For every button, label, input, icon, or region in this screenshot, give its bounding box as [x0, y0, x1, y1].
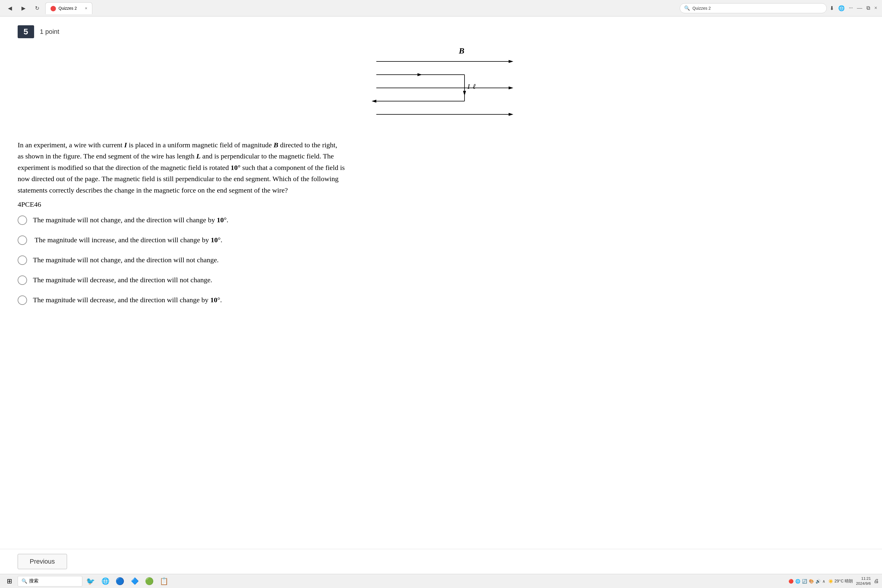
page-content: 5 1 point B I ℓ: [0, 16, 882, 574]
tab-bar: ⬤ Quizzes 2 ×: [45, 2, 677, 14]
chevron-up-icon[interactable]: ∧: [822, 579, 825, 584]
option-d-text: The magnitude will decrease, and the dir…: [33, 276, 212, 284]
option-a[interactable]: The magnitude will not change, and the d…: [18, 216, 864, 225]
taskbar-app5[interactable]: 🟢: [143, 575, 156, 588]
question-code: 4PCE46: [18, 201, 864, 208]
taskbar-right: 🔴 🌐 🔄 🎨 🔊 ∧ ☀️ 29°C 晴朗 11:21 2024/9/6 🖨: [789, 576, 879, 586]
svg-text:I: I: [467, 82, 470, 90]
browser-chrome: ◀ ▶ ↻ ⬤ Quizzes 2 × 🔍 Quizzes 2 ⬇ 🌐 ··· …: [0, 0, 882, 16]
weather-icon: ☀️: [828, 579, 833, 584]
svg-marker-2: [508, 60, 513, 63]
taskbar-app6[interactable]: 📋: [158, 575, 171, 588]
date-display: 2024/9/6: [856, 581, 871, 586]
address-bar[interactable]: 🔍 Quizzes 2: [680, 3, 827, 13]
globe-icon[interactable]: 🌐: [838, 5, 844, 12]
browser-actions: ⬇ 🌐 ··· — ⧉ ×: [830, 5, 877, 12]
svg-text:ℓ: ℓ: [473, 82, 476, 90]
tray-icon-2[interactable]: 🌐: [795, 579, 800, 584]
back-button[interactable]: ◀: [5, 3, 15, 14]
question-text: In an experiment, a wire with current I …: [18, 140, 547, 196]
radio-d[interactable]: [18, 276, 27, 285]
tray-icon-5[interactable]: 🔊: [816, 579, 820, 584]
option-c-text: The magnitude will not change, and the d…: [33, 256, 219, 264]
restore-button[interactable]: ⧉: [866, 5, 870, 11]
time-display: 11:21: [856, 576, 871, 581]
svg-marker-14: [508, 113, 513, 116]
question-header: 5 1 point: [18, 25, 864, 38]
menu-icon[interactable]: ···: [849, 5, 853, 11]
answer-options: The magnitude will not change, and the d…: [18, 216, 864, 305]
system-tray: 🔴 🌐 🔄 🎨 🔊 ∧: [789, 579, 825, 584]
forward-button[interactable]: ▶: [18, 3, 29, 14]
svg-marker-10: [508, 86, 513, 89]
svg-marker-4: [417, 73, 422, 76]
tray-icon-4[interactable]: 🎨: [809, 579, 814, 584]
radio-c[interactable]: [18, 255, 27, 265]
refresh-button[interactable]: ↻: [32, 3, 42, 14]
option-e-text: The magnitude will decrease, and the dir…: [33, 296, 222, 304]
option-b-text: The magnitude will increase, and the dir…: [33, 236, 222, 244]
tab-close-button[interactable]: ×: [85, 6, 87, 10]
taskbar-bird-app[interactable]: 🐦: [84, 575, 97, 588]
taskbar-edge-app[interactable]: 🔵: [114, 575, 126, 588]
option-c[interactable]: The magnitude will not change, and the d…: [18, 255, 864, 265]
option-d[interactable]: The magnitude will decrease, and the dir…: [18, 276, 864, 285]
physics-diagram: B I ℓ: [338, 45, 544, 128]
taskbar-app4[interactable]: 🔷: [128, 575, 141, 588]
radio-a[interactable]: [18, 216, 27, 225]
question-points: 1 point: [40, 28, 59, 36]
bottom-navigation: Previous: [0, 549, 882, 574]
diagram-container: B I ℓ: [18, 45, 864, 128]
taskbar: ⊞ 🔍 搜索 🐦 🌐 🔵 🔷 🟢 📋 🔴 🌐 🔄 🎨 🔊 ∧ ☀️ 29°C 晴…: [0, 574, 882, 588]
taskbar-search[interactable]: 🔍 搜索: [18, 576, 82, 586]
taskbar-search-text: 搜索: [29, 578, 39, 584]
previous-button[interactable]: Previous: [18, 554, 67, 569]
clock-widget: 11:21 2024/9/6: [856, 576, 871, 586]
tray-icon-1[interactable]: 🔴: [789, 579, 794, 584]
tab-favicon: ⬤: [50, 5, 56, 12]
radio-e[interactable]: [18, 296, 27, 305]
taskbar-search-icon: 🔍: [21, 578, 27, 584]
svg-text:B: B: [459, 46, 465, 55]
option-e[interactable]: The magnitude will decrease, and the dir…: [18, 296, 864, 305]
notification-icon[interactable]: 🖨: [874, 578, 879, 584]
active-tab[interactable]: ⬤ Quizzes 2 ×: [45, 2, 92, 14]
search-icon: 🔍: [684, 5, 690, 11]
close-button[interactable]: ×: [874, 5, 877, 11]
svg-marker-12: [372, 100, 376, 103]
minimize-button[interactable]: —: [857, 5, 862, 11]
tab-title: Quizzes 2: [58, 6, 77, 10]
question-number: 5: [18, 25, 34, 38]
weather-text: 29°C 晴朗: [834, 579, 853, 584]
option-b[interactable]: The magnitude will increase, and the dir…: [18, 236, 864, 245]
tray-icon-3[interactable]: 🔄: [802, 579, 807, 584]
taskbar-chrome-app[interactable]: 🌐: [99, 575, 112, 588]
radio-b[interactable]: [18, 236, 27, 245]
weather-widget: ☀️ 29°C 晴朗: [828, 579, 853, 584]
address-text: Quizzes 2: [692, 6, 711, 10]
option-a-text: The magnitude will not change, and the d…: [33, 216, 228, 224]
download-icon[interactable]: ⬇: [830, 5, 834, 12]
svg-marker-6: [463, 91, 466, 96]
start-button[interactable]: ⊞: [3, 575, 16, 588]
